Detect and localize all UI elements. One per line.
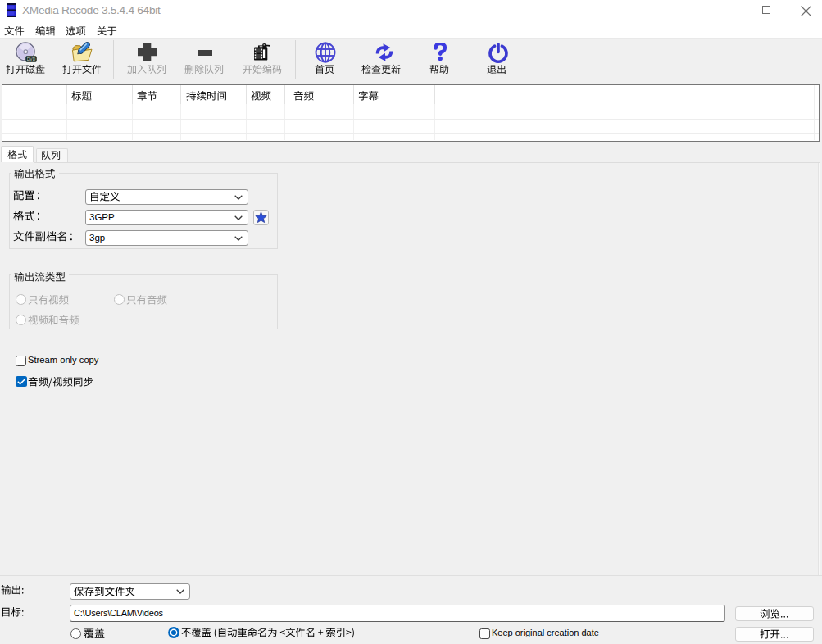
svg-text:DVD: DVD bbox=[27, 57, 36, 61]
